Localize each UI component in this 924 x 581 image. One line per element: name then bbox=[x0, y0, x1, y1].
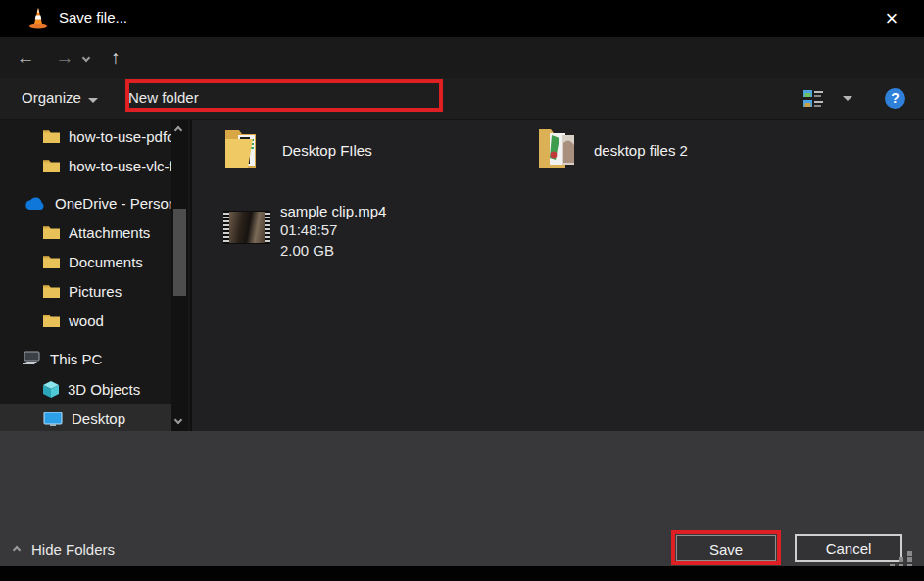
new-folder-button[interactable]: New folder bbox=[128, 89, 199, 106]
sidebar-item-attachments[interactable]: Attachments bbox=[43, 218, 192, 247]
video-duration: 01:48:57 bbox=[280, 219, 386, 240]
up-button[interactable]: ↑ bbox=[100, 37, 131, 78]
file-item-desktop-files[interactable]: Desktop FIles bbox=[223, 125, 372, 170]
folder-icon bbox=[43, 255, 60, 268]
organize-caret-icon bbox=[88, 98, 98, 103]
window-title: Save file... bbox=[59, 9, 127, 25]
file-item-sample-clip[interactable]: sample clip.mp4 01:48:57 2.00 GB bbox=[223, 203, 386, 261]
folder-icon bbox=[43, 225, 60, 239]
sidebar-item-label: Pictures bbox=[69, 283, 122, 300]
window-bottom-edge bbox=[0, 566, 924, 581]
sidebar-item-label: Desktop bbox=[72, 411, 125, 427]
monitor-icon bbox=[43, 412, 63, 426]
recent-locations-chevron-icon[interactable] bbox=[82, 54, 90, 62]
sidebar-item-label: how-to-use-vlc-f bbox=[69, 158, 173, 174]
folder-icon bbox=[43, 129, 60, 143]
sidebar-item-label: This PC bbox=[50, 351, 102, 367]
computer-icon bbox=[22, 351, 41, 366]
vlc-cone-icon bbox=[25, 6, 51, 31]
open-folder-icon bbox=[223, 125, 268, 170]
save-form-panel: File name: sample clip.mp4 Save as type:… bbox=[0, 431, 924, 566]
forward-button[interactable]: → bbox=[47, 37, 82, 78]
close-button[interactable]: × bbox=[869, 0, 914, 37]
hide-folders-button[interactable]: Hide Folders bbox=[14, 541, 115, 557]
organize-button[interactable]: Organize bbox=[22, 89, 98, 106]
organize-label: Organize bbox=[22, 89, 81, 106]
sidebar-item-pictures[interactable]: Pictures bbox=[43, 276, 192, 306]
sidebar-item-desktop[interactable]: Desktop bbox=[0, 404, 172, 431]
scroll-up-icon[interactable] bbox=[174, 126, 182, 134]
sidebar-item-3d-objects[interactable]: 3D Objects bbox=[43, 374, 192, 404]
onedrive-cloud-icon bbox=[24, 196, 46, 211]
file-item-desktop-files-2[interactable]: desktop files 2 bbox=[537, 125, 688, 170]
sidebar-item-documents[interactable]: Documents bbox=[43, 247, 192, 276]
cube-icon bbox=[43, 381, 59, 398]
file-name: sample clip.mp4 bbox=[280, 203, 386, 219]
save-file-dialog: Save file... × ← → ↑ › This PC › Desktop… bbox=[0, 0, 924, 581]
sidebar-scrollbar[interactable] bbox=[171, 120, 188, 431]
chevron-up-icon bbox=[13, 545, 21, 553]
open-folder-icon bbox=[537, 125, 578, 170]
file-name: desktop files 2 bbox=[594, 142, 688, 170]
file-name: Desktop FIles bbox=[282, 142, 372, 170]
scrollbar-thumb[interactable] bbox=[173, 209, 186, 296]
sidebar-item-label: OneDrive - Person bbox=[55, 195, 176, 212]
sidebar-item-how-to-use-vlc-f[interactable]: how-to-use-vlc-f bbox=[43, 151, 192, 180]
title-bar: Save file... × bbox=[0, 0, 924, 37]
folder-icon bbox=[43, 159, 60, 172]
sidebar-item-label: how-to-use-pdfc bbox=[69, 128, 174, 145]
video-thumbnail bbox=[223, 211, 270, 244]
navigation-bar: ← → ↑ › This PC › Desktop › Search Deskt… bbox=[0, 37, 924, 78]
folder-icon bbox=[43, 314, 60, 327]
folder-icon bbox=[43, 284, 60, 298]
cancel-button[interactable]: Cancel bbox=[795, 534, 902, 562]
sidebar-item-onedrive[interactable]: OneDrive - Person bbox=[24, 188, 192, 218]
save-button[interactable]: Save bbox=[676, 535, 776, 561]
view-mode-icon[interactable] bbox=[803, 89, 825, 109]
hide-folders-label: Hide Folders bbox=[31, 541, 115, 557]
command-toolbar: Organize New folder bbox=[0, 78, 924, 120]
sidebar-item-this-pc[interactable]: This PC bbox=[22, 344, 192, 373]
scroll-down-icon[interactable] bbox=[174, 416, 182, 424]
view-mode-caret-icon[interactable] bbox=[843, 96, 852, 101]
video-size: 2.00 GB bbox=[280, 240, 386, 261]
sidebar-item-label: 3D Objects bbox=[68, 381, 140, 398]
sidebar-item-wood[interactable]: wood bbox=[43, 306, 192, 335]
content-area: how-to-use-pdfc how-to-use-vlc-f OneDriv… bbox=[0, 120, 924, 431]
help-button[interactable]: ? bbox=[885, 88, 905, 109]
sidebar-item-label: Documents bbox=[69, 254, 143, 270]
sidebar-item-how-to-use-pdfc[interactable]: how-to-use-pdfc bbox=[43, 121, 192, 151]
sidebar-item-label: wood bbox=[69, 313, 104, 329]
sidebar-item-label: Attachments bbox=[69, 224, 150, 241]
back-button[interactable]: ← bbox=[8, 37, 43, 78]
folder-tree-sidebar: how-to-use-pdfc how-to-use-vlc-f OneDriv… bbox=[0, 120, 192, 431]
